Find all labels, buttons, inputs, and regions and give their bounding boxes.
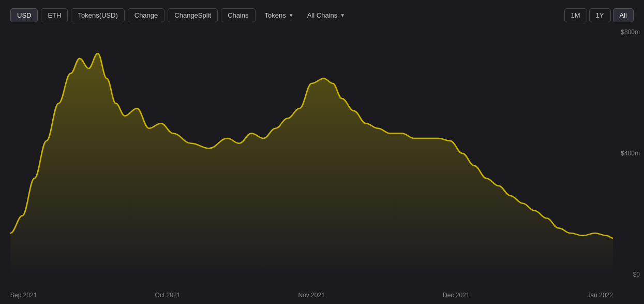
- dropdown-tokens-dropdown[interactable]: Tokens▼: [259, 9, 300, 22]
- y-axis-label: $400m: [621, 150, 640, 157]
- filter-btn-tokens-usd[interactable]: Tokens(USD): [71, 8, 124, 22]
- x-axis-label: Oct 2021: [155, 292, 181, 299]
- line-chart: [10, 28, 613, 278]
- filter-btn-chains[interactable]: Chains: [221, 8, 255, 22]
- time-btn-1m[interactable]: 1M: [564, 8, 587, 22]
- chart-container: USDETHTokens(USD)ChangeChangeSplitChains…: [0, 0, 644, 304]
- time-btn-all[interactable]: All: [613, 8, 634, 22]
- x-axis-label: Nov 2021: [298, 292, 324, 299]
- x-axis-label: Dec 2021: [443, 292, 469, 299]
- filter-btn-usd[interactable]: USD: [10, 8, 38, 22]
- filter-btn-change-split[interactable]: ChangeSplit: [168, 8, 218, 22]
- y-axis-label: $800m: [621, 28, 640, 36]
- x-axis-label: Jan 2022: [588, 292, 613, 299]
- filter-btn-eth[interactable]: ETH: [41, 8, 68, 22]
- filter-btn-change[interactable]: Change: [128, 8, 165, 22]
- time-btn-1y[interactable]: 1Y: [589, 8, 611, 22]
- x-axis-label: Sep 2021: [10, 292, 37, 299]
- chart-area: $800m$400m$0 Sep 2021Oct 2021Nov 2021Dec…: [0, 28, 644, 304]
- y-axis: $800m$400m$0: [621, 28, 640, 278]
- toolbar: USDETHTokens(USD)ChangeChangeSplitChains…: [0, 0, 644, 28]
- dropdown-all-chains-dropdown[interactable]: All Chains▼: [301, 9, 351, 22]
- x-axis: Sep 2021Oct 2021Nov 2021Dec 2021Jan 2022: [10, 292, 613, 299]
- y-axis-label: $0: [633, 271, 640, 278]
